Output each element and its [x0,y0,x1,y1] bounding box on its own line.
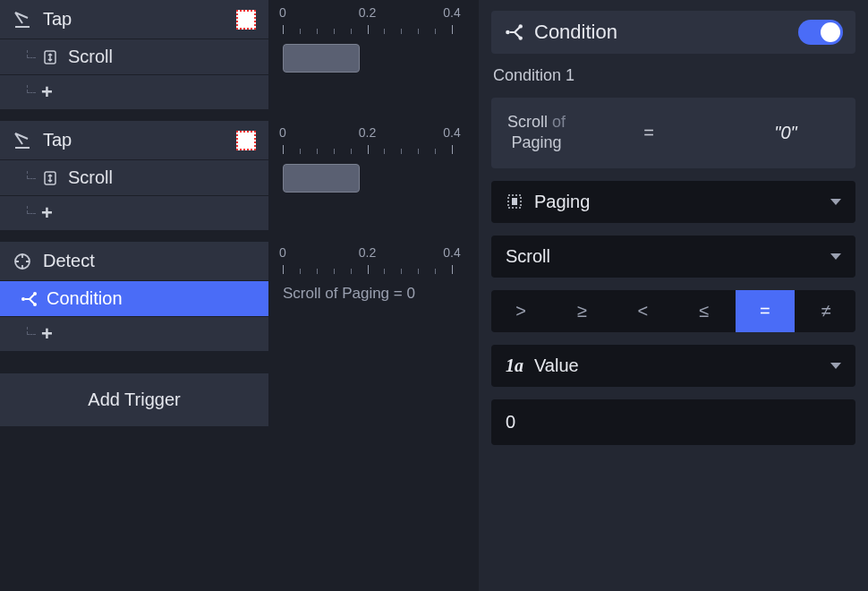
timeline-ruler[interactable]: 00.20.4 [268,240,479,279]
trigger-group: Tap Scroll + [0,0,268,110]
plus-icon: + [41,81,53,104]
svg-point-6 [506,30,509,34]
operator-button[interactable]: = [736,290,795,332]
inspector-header: Condition [491,11,855,54]
property-select-label: Scroll [506,246,550,267]
chevron-down-icon [830,363,841,369]
trigger-header[interactable]: Tap [0,121,268,159]
svg-point-5 [33,303,37,306]
ruler-tick-label: 0 [279,125,286,140]
condition-toggle[interactable] [798,20,843,45]
ruler-tick-label: 0 [279,245,286,260]
trigger-response-label: Condition [47,288,123,309]
chevron-down-icon [830,199,841,205]
value-mode-label: Value [534,355,579,376]
chevron-down-icon [830,253,841,260]
expression-property: Scroll of Paging [507,112,566,154]
value-input[interactable] [491,399,855,445]
ruler-tick-label: 0 [279,5,286,20]
ruler-tick-label: 0.4 [443,5,460,20]
timeline-block: 00.20.4 [268,120,479,229]
timeline-clip[interactable] [283,164,360,193]
timeline-track[interactable] [268,39,479,77]
inspector-title: Condition [534,21,617,44]
svg-point-8 [519,36,523,39]
condition-expression: Scroll of Paging = "0" [491,98,855,168]
timeline-panel: 00.20.4 00.20.4 00.20.4 Scroll of Paging… [268,0,479,591]
plus-icon: + [41,322,53,346]
operator-segmented: >≥<≤=≠ [491,290,855,332]
trigger-group: Detect Condition + [0,242,268,352]
expression-value: "0" [732,123,839,143]
timeline-clip[interactable] [283,44,360,73]
timeline-ruler[interactable]: 00.20.4 [268,120,479,159]
timeline-block: 00.20.4 [268,0,479,109]
operator-button[interactable]: ≤ [675,290,734,332]
target-select[interactable]: Paging [491,181,855,223]
property-select[interactable]: Scroll [491,236,855,278]
ruler-tick-label: 0.4 [443,245,460,260]
target-select-label: Paging [534,192,590,212]
ruler-tick-label: 0.2 [359,5,376,20]
timeline-block: 00.20.4 Scroll of Paging = 0 [268,240,479,303]
inspector-panel: Condition Condition 1 Scroll of Paging =… [479,0,868,591]
condition-icon [504,22,523,42]
trigger-group: Tap Scroll + [0,121,268,231]
timeline-ruler[interactable]: 00.20.4 [268,0,479,39]
scroll-icon [41,169,59,187]
trigger-response-scroll[interactable]: Scroll [0,39,268,75]
operator-button[interactable]: ≥ [552,290,611,332]
svg-point-4 [33,292,37,296]
expression-operator: = [631,123,667,143]
condition-icon [20,290,38,308]
scroll-icon [41,48,59,66]
add-trigger-label: Add Trigger [88,390,180,409]
triggers-panel: Tap Scroll + [0,0,268,591]
operator-button[interactable]: < [613,290,672,332]
svg-point-7 [519,24,523,28]
add-trigger-button[interactable]: Add Trigger [0,373,268,426]
add-response-button[interactable]: + [0,196,268,231]
svg-point-3 [21,297,25,301]
condition-summary: Scroll of Paging = 0 [268,285,479,303]
ruler-tick-label: 0.2 [359,245,376,260]
target-bounds-icon [506,193,523,210]
ruler-tick-label: 0.2 [359,125,376,140]
tap-icon [13,131,32,150]
timeline-track[interactable] [268,159,479,197]
ruler-tick-label: 0.4 [443,125,460,140]
trigger-response-scroll[interactable]: Scroll [0,160,268,196]
svg-rect-10 [512,198,517,205]
color-swatch[interactable] [236,131,256,150]
condition-section-label: Condition 1 [491,66,855,85]
trigger-label: Tap [43,130,72,150]
tap-icon [13,10,32,30]
trigger-response-label: Scroll [68,47,113,67]
add-response-button[interactable]: + [0,317,268,352]
operator-button[interactable]: > [491,290,550,332]
color-swatch[interactable] [236,10,256,30]
trigger-response-label: Scroll [68,167,113,188]
add-response-button[interactable]: + [0,75,268,110]
value-mode-prefix: 1a [506,355,523,376]
trigger-label: Detect [43,251,95,271]
trigger-response-condition[interactable]: Condition [0,281,268,317]
detect-icon [13,252,32,271]
operator-button[interactable]: ≠ [796,290,855,332]
plus-icon: + [41,201,53,225]
trigger-header[interactable]: Tap [0,0,268,39]
trigger-header[interactable]: Detect [0,242,268,280]
trigger-label: Tap [43,9,72,30]
value-mode-select[interactable]: 1a Value [491,345,855,387]
